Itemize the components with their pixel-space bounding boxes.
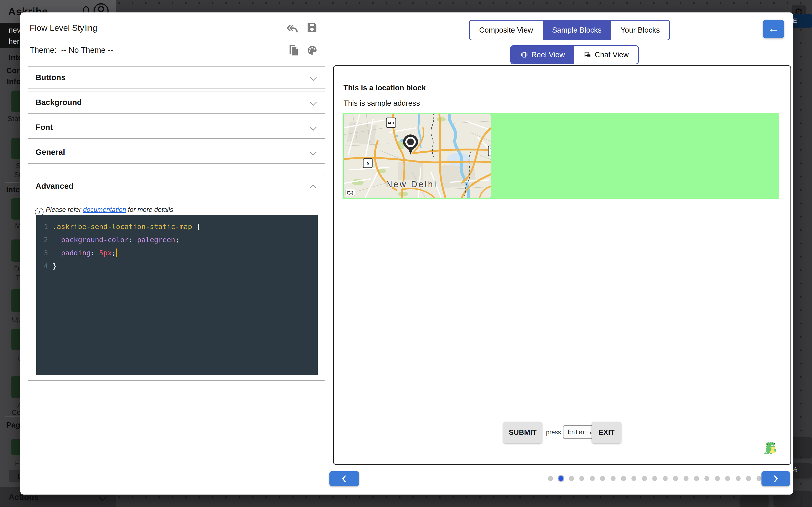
flow-level-styling-dialog: Flow Level Styling Theme: -- No Theme --… [20, 12, 793, 495]
theme-select[interactable]: -- No Theme -- [61, 46, 113, 55]
save-icon[interactable] [306, 22, 318, 33]
pagination-dot[interactable] [715, 476, 720, 481]
canvas-bottom-button[interactable] [741, 495, 768, 507]
pagination-dot[interactable] [548, 476, 553, 481]
theme-label: Theme: [30, 46, 57, 55]
highway-badge-ah1: AH1 [386, 118, 396, 127]
pagination-dot[interactable] [631, 476, 637, 481]
sidebar-label: M [15, 222, 21, 230]
tab-sample-blocks[interactable]: Sample Blocks [543, 20, 611, 40]
pagination-dot[interactable] [725, 476, 730, 481]
accordion-section-font[interactable]: Font [28, 116, 325, 139]
svg-text:AH1: AH1 [388, 121, 395, 125]
canvas-save-button[interactable]: E [791, 14, 812, 27]
undo-icon[interactable] [286, 23, 299, 35]
pagination-dot[interactable] [735, 476, 741, 481]
tab-reel-view[interactable]: Reel View [511, 46, 574, 64]
pagination-dot[interactable] [746, 476, 751, 481]
highway-badge-9: 9 [363, 159, 372, 168]
flow-banner-text: nev [9, 26, 20, 35]
preview-mode-tabs: Reel View Chat View [510, 45, 639, 64]
copy-icon[interactable] [288, 44, 299, 56]
text-cursor [116, 248, 117, 257]
pagination-dot[interactable] [611, 476, 616, 481]
chat-view-icon [584, 51, 592, 59]
pagination-dot[interactable] [590, 476, 595, 481]
dialog-title: Flow Level Styling [30, 23, 97, 33]
advanced-title[interactable]: Advanced [36, 181, 73, 190]
arrow-left-icon: ← [768, 22, 779, 35]
pagination-dot[interactable] [642, 476, 647, 481]
tab-composite-view[interactable]: Composite View [470, 20, 543, 40]
code-line: 1.askribe-send-location-static-map { [36, 220, 318, 233]
map-attribution-icon [346, 189, 355, 196]
code-line: 3 padding: 5px; [36, 246, 318, 260]
accordion-section-background[interactable]: Background [28, 91, 325, 114]
exit-button[interactable]: EXIT [592, 422, 621, 443]
chevron-left-icon [342, 474, 347, 483]
chevron-down-icon [310, 99, 317, 106]
accordion-section-general[interactable]: General [28, 141, 325, 164]
submit-button[interactable]: SUBMIT [503, 422, 542, 443]
pagination-dot[interactable] [694, 476, 699, 481]
css-code-editor[interactable]: 1.askribe-send-location-static-map {2 ba… [36, 215, 318, 375]
canvas-bottom-button[interactable] [774, 495, 801, 507]
pagination-dot[interactable] [558, 476, 563, 481]
pagination-dot[interactable] [683, 476, 689, 481]
chevron-up-icon[interactable] [310, 185, 317, 191]
chevron-down-icon [310, 149, 317, 156]
block-view-tabs: Composite View Sample Blocks Your Blocks [469, 20, 670, 40]
previous-block-button[interactable] [329, 471, 359, 486]
static-map[interactable]: New Delhi AH1 9 [344, 114, 491, 198]
location-block-styled-background: New Delhi AH1 9 [343, 113, 779, 199]
block-preview-panel: This is a location block This is sample … [333, 65, 791, 465]
tab-chat-view[interactable]: Chat View [574, 46, 638, 64]
documentation-link[interactable]: documentation [83, 206, 126, 213]
save-button-fragment: E [793, 17, 797, 24]
chevron-down-icon [310, 74, 317, 81]
tab-your-blocks[interactable]: Your Blocks [611, 20, 669, 40]
pagination-dot[interactable] [569, 476, 574, 481]
pagination-dot[interactable] [600, 476, 605, 481]
back-button[interactable]: ← [763, 20, 784, 38]
press-hint-label: press [546, 429, 561, 436]
crocodile-mascot [763, 441, 778, 455]
pagination-dots [548, 476, 797, 482]
accordion-section-buttons[interactable]: Buttons [28, 66, 325, 89]
pagination-dot[interactable] [704, 476, 709, 481]
pagination-dot[interactable] [652, 476, 657, 481]
code-lines: 1.askribe-send-location-static-map {2 ba… [36, 220, 318, 273]
pagination-dot[interactable] [621, 476, 626, 481]
sidebar-label: Up [12, 315, 21, 324]
chevron-right-icon [773, 474, 778, 483]
pagination-dot[interactable] [757, 476, 761, 481]
location-block-heading: This is a location block [344, 83, 426, 92]
flow-banner-text: her [9, 37, 19, 46]
code-line: 2 background-color: palegreen; [36, 233, 318, 246]
next-block-button[interactable] [761, 471, 790, 486]
highway-badge-partial [488, 146, 491, 156]
code-line: 4} [36, 260, 318, 273]
pagination-dot[interactable] [663, 476, 668, 481]
pagination-dot[interactable] [673, 476, 678, 481]
chevron-down-icon [310, 124, 317, 131]
svg-text:9: 9 [367, 162, 369, 166]
map-city-label: New Delhi [386, 179, 437, 189]
palette-icon[interactable] [307, 45, 318, 55]
accordion-section-advanced: Advanced iPlease refer documentation for… [28, 175, 325, 381]
pagination-dot[interactable] [579, 476, 584, 481]
location-block-address: This is sample address [344, 99, 420, 108]
reel-view-icon [520, 51, 528, 59]
